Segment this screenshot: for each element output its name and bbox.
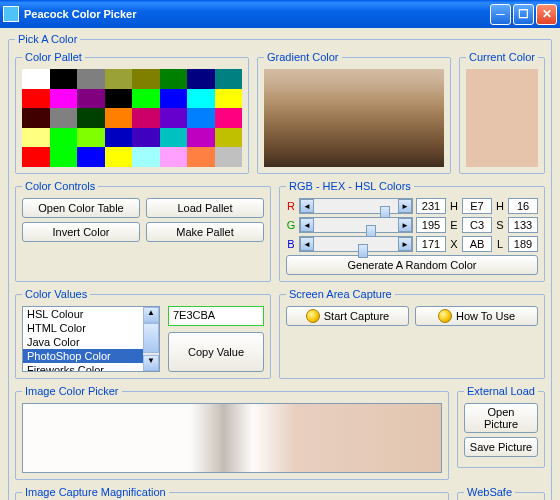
hsl-s-value[interactable]: 133 [508, 217, 538, 233]
palette-swatch[interactable] [105, 108, 133, 128]
gradient-color-group: Gradient Color [257, 51, 451, 174]
palette-swatch[interactable] [50, 147, 78, 167]
window-titlebar: Peacock Color Picker ─ ☐ ✕ [0, 0, 560, 28]
current-color-legend: Current Color [466, 51, 538, 63]
palette-swatch[interactable] [132, 89, 160, 109]
palette-swatch[interactable] [215, 69, 243, 89]
palette-swatch[interactable] [215, 128, 243, 148]
scroll-thumb[interactable] [143, 323, 159, 353]
list-item[interactable]: HTML Color [23, 321, 143, 335]
palette-swatch[interactable] [22, 69, 50, 89]
arrow-right-icon[interactable]: ► [398, 237, 412, 251]
hex-e-value[interactable]: C3 [462, 217, 492, 233]
palette-swatch[interactable] [160, 147, 188, 167]
scroll-up-icon[interactable]: ▲ [143, 307, 159, 323]
palette-swatch[interactable] [105, 128, 133, 148]
arrow-right-icon[interactable]: ► [398, 218, 412, 232]
palette-swatch[interactable] [215, 89, 243, 109]
palette-swatch[interactable] [22, 108, 50, 128]
hex-h-value[interactable]: E7 [462, 198, 492, 214]
palette-swatch[interactable] [105, 69, 133, 89]
color-pallet-group: Color Pallet [15, 51, 249, 174]
close-button[interactable]: ✕ [536, 4, 557, 25]
color-value-field[interactable]: 7E3CBA [168, 306, 264, 326]
palette-swatch[interactable] [215, 108, 243, 128]
palette-swatch[interactable] [22, 128, 50, 148]
palette-swatch[interactable] [132, 108, 160, 128]
rgb-hex-hsl-group: RGB - HEX - HSL Colors R ◄► 231 H E7 H 1… [279, 180, 545, 282]
open-color-table-button[interactable]: Open Color Table [22, 198, 140, 218]
list-item[interactable]: Java Color [23, 335, 143, 349]
hsl-l-value[interactable]: 189 [508, 236, 538, 252]
g-slider[interactable]: ◄► [299, 217, 413, 233]
palette-swatch[interactable] [187, 69, 215, 89]
arrow-right-icon[interactable]: ► [398, 199, 412, 213]
hsl-h-value[interactable]: 16 [508, 198, 538, 214]
current-color-group: Current Color [459, 51, 545, 174]
arrow-left-icon[interactable]: ◄ [300, 199, 314, 213]
palette-swatch[interactable] [132, 69, 160, 89]
palette-swatch[interactable] [50, 128, 78, 148]
maximize-button[interactable]: ☐ [513, 4, 534, 25]
palette-swatch[interactable] [77, 128, 105, 148]
color-values-group: Color Values HSL ColourHTML ColorJava Co… [15, 288, 271, 379]
palette-swatch[interactable] [160, 108, 188, 128]
palette-swatch[interactable] [132, 147, 160, 167]
palette-swatch[interactable] [160, 69, 188, 89]
color-format-listbox[interactable]: HSL ColourHTML ColorJava ColorPhotoShop … [22, 306, 160, 372]
open-picture-button[interactable]: Open Picture [464, 403, 538, 433]
websafe-group: WebSafe On Off [457, 486, 545, 500]
color-controls-group: Color Controls Open Color Table Load Pal… [15, 180, 271, 282]
palette-swatch[interactable] [77, 69, 105, 89]
gradient-preview[interactable] [264, 69, 444, 167]
invert-color-button[interactable]: Invert Color [22, 222, 140, 242]
r-value[interactable]: 231 [416, 198, 446, 214]
palette-swatch[interactable] [132, 128, 160, 148]
scroll-down-icon[interactable]: ▼ [143, 355, 159, 371]
arrow-left-icon[interactable]: ◄ [300, 237, 314, 251]
palette-swatch[interactable] [160, 128, 188, 148]
target-icon [306, 309, 320, 323]
palette-swatch[interactable] [187, 147, 215, 167]
palette-swatch[interactable] [105, 147, 133, 167]
palette-swatch[interactable] [215, 147, 243, 167]
palette-swatch[interactable] [77, 147, 105, 167]
make-pallet-button[interactable]: Make Pallet [146, 222, 264, 242]
palette-swatch[interactable] [77, 108, 105, 128]
palette-swatch[interactable] [105, 89, 133, 109]
palette-swatch[interactable] [77, 89, 105, 109]
palette-swatch[interactable] [22, 89, 50, 109]
gradient-color-legend: Gradient Color [264, 51, 342, 63]
b-slider[interactable]: ◄► [299, 236, 413, 252]
scrollbar[interactable]: ▲▼ [143, 307, 159, 371]
palette-swatch[interactable] [187, 108, 215, 128]
b-value[interactable]: 171 [416, 236, 446, 252]
g-value[interactable]: 195 [416, 217, 446, 233]
save-picture-button[interactable]: Save Picture [464, 437, 538, 457]
start-capture-button[interactable]: Start Capture [286, 306, 409, 326]
r-slider[interactable]: ◄► [299, 198, 413, 214]
how-to-use-button[interactable]: How To Use [415, 306, 538, 326]
list-item[interactable]: HSL Colour [23, 307, 143, 321]
list-item[interactable]: PhotoShop Color [23, 349, 143, 363]
palette-swatch[interactable] [187, 128, 215, 148]
random-color-button[interactable]: Generate A Random Color [286, 255, 538, 275]
arrow-left-icon[interactable]: ◄ [300, 218, 314, 232]
window-title: Peacock Color Picker [24, 8, 488, 20]
palette-swatch[interactable] [187, 89, 215, 109]
hex-x-value[interactable]: AB [462, 236, 492, 252]
load-pallet-button[interactable]: Load Pallet [146, 198, 264, 218]
hex-h-label: H [449, 200, 459, 212]
copy-value-button[interactable]: Copy Value [168, 332, 264, 372]
image-preview[interactable] [22, 403, 442, 473]
palette-swatch[interactable] [22, 147, 50, 167]
image-color-picker-group: Image Color Picker [15, 385, 449, 480]
palette-swatch[interactable] [50, 69, 78, 89]
current-color-swatch [466, 69, 538, 167]
magnification-group: Image Capture Magnification 200%190%160%… [15, 486, 449, 500]
palette-swatch[interactable] [50, 89, 78, 109]
palette-swatch[interactable] [160, 89, 188, 109]
list-item[interactable]: Fireworks Color [23, 363, 143, 372]
minimize-button[interactable]: ─ [490, 4, 511, 25]
palette-swatch[interactable] [50, 108, 78, 128]
